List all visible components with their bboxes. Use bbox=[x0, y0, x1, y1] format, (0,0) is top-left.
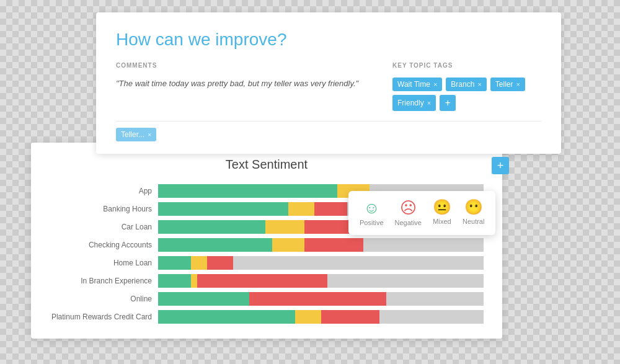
tags-label: KEY TOPIC TAGS bbox=[392, 62, 541, 69]
page-title: How can we improve? bbox=[116, 30, 541, 50]
tags-container: Wait Time × Branch × Teller × Friendly ×… bbox=[392, 78, 541, 111]
bar-mixed bbox=[265, 220, 304, 234]
bottom-card: Text Sentiment AppBanking HoursCar LoanC… bbox=[31, 143, 502, 339]
second-row: Teller... × bbox=[116, 122, 541, 141]
comment-text: "The wait time today was pretty bad, but… bbox=[116, 78, 380, 90]
comments-section: COMMENTS "The wait time today was pretty… bbox=[116, 62, 380, 111]
tag-wait-time[interactable]: Wait Time × bbox=[392, 78, 442, 91]
bar-container bbox=[158, 238, 484, 252]
bar-positive bbox=[158, 292, 249, 306]
add-tag-button[interactable]: + bbox=[440, 95, 456, 111]
tag-teller[interactable]: Teller × bbox=[490, 78, 525, 91]
tag-teller-remove[interactable]: × bbox=[516, 81, 520, 88]
legend-neutral: 😶 Neutral bbox=[463, 200, 484, 226]
add-button-right[interactable]: + bbox=[492, 157, 509, 174]
chart-row-label: Checking Accounts bbox=[50, 241, 152, 249]
bar-positive bbox=[158, 274, 191, 288]
bar-neutral bbox=[363, 238, 484, 252]
chart-row-label: App bbox=[50, 187, 152, 195]
chart-row: In Branch Experience bbox=[50, 274, 484, 288]
legend-mixed: 😐 Mixed bbox=[433, 200, 451, 226]
tag-wait-time-label: Wait Time bbox=[397, 80, 430, 89]
chart-row-label: Home Loan bbox=[50, 259, 152, 267]
bar-positive bbox=[158, 184, 337, 198]
tag-friendly-label: Friendly bbox=[397, 99, 424, 107]
legend-negative: ☹ Negative bbox=[395, 200, 422, 226]
bar-negative bbox=[197, 274, 327, 288]
tag-branch[interactable]: Branch × bbox=[446, 78, 486, 91]
legend-popup: ☺ Positive ☹ Negative 😐 Mixed 😶 Neutral bbox=[348, 191, 495, 235]
legend-positive: ☺ Positive bbox=[360, 200, 384, 226]
tag-wait-time-remove[interactable]: × bbox=[433, 81, 437, 88]
bar-neutral bbox=[327, 274, 484, 288]
tag-branch-label: Branch bbox=[451, 80, 474, 89]
bar-negative bbox=[314, 202, 347, 216]
negative-icon: ☹ bbox=[400, 200, 417, 216]
tag-partial: Teller... × bbox=[116, 128, 156, 141]
tag-branch-remove[interactable]: × bbox=[477, 81, 481, 88]
bar-container bbox=[158, 274, 484, 288]
bar-negative bbox=[304, 238, 363, 252]
top-card: How can we improve? COMMENTS "The wait t… bbox=[96, 12, 561, 154]
tag-friendly[interactable]: Friendly × bbox=[392, 95, 436, 111]
bar-positive bbox=[158, 310, 295, 324]
comments-label: COMMENTS bbox=[116, 62, 380, 69]
bar-negative bbox=[207, 256, 233, 270]
chart-row-label: Car Loan bbox=[50, 223, 152, 231]
chart-title: Text Sentiment bbox=[50, 158, 484, 172]
positive-label: Positive bbox=[360, 219, 384, 226]
chart-row-label: Online bbox=[50, 295, 152, 303]
tag-friendly-remove[interactable]: × bbox=[427, 99, 431, 107]
positive-icon: ☺ bbox=[363, 200, 380, 216]
chart-row-label: In Branch Experience bbox=[50, 277, 152, 285]
chart-row: Online bbox=[50, 292, 484, 306]
neutral-label: Neutral bbox=[463, 218, 484, 225]
mixed-icon: 😐 bbox=[433, 200, 451, 215]
bar-mixed bbox=[191, 274, 198, 288]
bar-mixed bbox=[272, 238, 305, 252]
bar-positive bbox=[158, 256, 191, 270]
bar-negative bbox=[321, 310, 380, 324]
neutral-icon: 😶 bbox=[464, 200, 483, 215]
bar-positive bbox=[158, 202, 288, 216]
chart-row: Home Loan bbox=[50, 256, 484, 270]
bar-negative bbox=[249, 292, 386, 306]
tags-section: KEY TOPIC TAGS Wait Time × Branch × Tell… bbox=[392, 62, 541, 111]
chart-row: Checking Accounts bbox=[50, 238, 484, 252]
bar-container bbox=[158, 310, 484, 324]
chart-row: Platinum Rewards Credit Card bbox=[50, 310, 484, 324]
bar-mixed bbox=[295, 310, 321, 324]
bar-positive bbox=[158, 238, 272, 252]
bar-neutral bbox=[379, 310, 484, 324]
bar-neutral bbox=[233, 256, 484, 270]
bar-mixed bbox=[191, 256, 207, 270]
chart-row-label: Platinum Rewards Credit Card bbox=[50, 313, 152, 321]
negative-label: Negative bbox=[395, 219, 422, 226]
bar-neutral bbox=[386, 292, 484, 306]
tag-teller-label: Teller bbox=[495, 80, 513, 89]
bar-container bbox=[158, 256, 484, 270]
bar-mixed bbox=[288, 202, 314, 216]
bar-container bbox=[158, 292, 484, 306]
mixed-label: Mixed bbox=[433, 218, 451, 225]
chart-row-label: Banking Hours bbox=[50, 205, 152, 213]
bar-positive bbox=[158, 220, 265, 234]
